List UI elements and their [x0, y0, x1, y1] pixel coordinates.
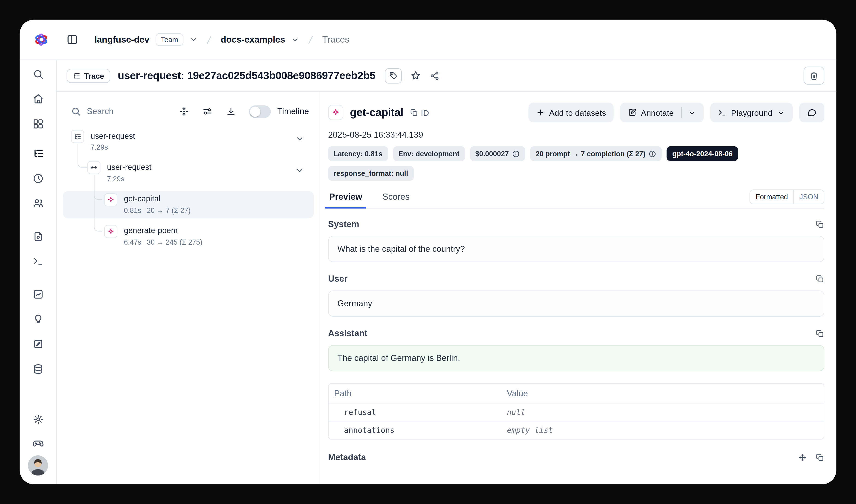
- org-chevron-down-icon[interactable]: [190, 35, 198, 44]
- settings-icon[interactable]: [33, 414, 43, 425]
- format-json[interactable]: JSON: [794, 190, 824, 204]
- delete-trace-button[interactable]: [804, 67, 824, 85]
- tab-scores[interactable]: Scores: [381, 187, 411, 208]
- users-icon[interactable]: [33, 198, 43, 209]
- preview-content: System What is the capital of the countr…: [328, 209, 824, 484]
- tracing-icon[interactable]: [33, 148, 43, 159]
- tree-row-duration: 7.29s: [91, 143, 108, 151]
- app-header: langfuse-dev Team docs-examples Traces: [20, 20, 836, 60]
- latency-badge: Latency: 0.81s: [328, 146, 388, 161]
- user-avatar[interactable]: [28, 455, 48, 476]
- prompts-icon[interactable]: [33, 231, 43, 242]
- info-icon[interactable]: [512, 150, 520, 157]
- metric-badges: Latency: 0.81s Env: development $0.00002…: [328, 146, 824, 161]
- playground-button[interactable]: Playground: [710, 103, 793, 122]
- tree-search-icon: [71, 107, 81, 116]
- path-cell: refusal: [334, 408, 376, 417]
- sidebar-toggle-icon[interactable]: [67, 34, 78, 45]
- tree-toolbar: Timeline: [71, 103, 309, 120]
- metadata-heading: Metadata: [328, 453, 366, 463]
- path-column-header: Path: [328, 389, 507, 398]
- star-button[interactable]: [410, 70, 421, 81]
- generation-row-icon[interactable]: [104, 193, 117, 206]
- tree-row-label[interactable]: user-request: [107, 163, 151, 172]
- org-name[interactable]: langfuse-dev: [94, 34, 149, 44]
- copy-icon[interactable]: [816, 274, 824, 283]
- expand-icon[interactable]: [798, 453, 807, 462]
- copy-icon[interactable]: [816, 329, 824, 338]
- breadcrumb-slash: [305, 34, 316, 45]
- value-cell: null: [507, 408, 525, 417]
- support-icon[interactable]: [33, 438, 43, 449]
- observation-title: get-capital: [350, 106, 404, 119]
- trace-tree: user-request 7.29s user-request 7.29s: [57, 128, 319, 259]
- breadcrumb-section[interactable]: Traces: [322, 34, 349, 44]
- add-to-datasets-button[interactable]: Add to datasets: [528, 103, 614, 122]
- breadcrumb-slash: [204, 34, 215, 45]
- tree-row-stats: 6.47s30 → 245 (Σ 275): [124, 238, 202, 246]
- tag-button[interactable]: [385, 68, 402, 83]
- annotate-button[interactable]: Annotate: [620, 103, 704, 122]
- path-cell: annotations: [334, 426, 395, 435]
- user-heading: User: [328, 274, 347, 284]
- response-format-badge: response_format: null: [328, 166, 413, 181]
- trace-row-icon[interactable]: [71, 130, 84, 143]
- env-badge: Env: development: [393, 146, 465, 161]
- playground-chevron-down-icon: [777, 108, 785, 117]
- format-formatted[interactable]: Formatted: [750, 190, 794, 204]
- value-cell: empty list: [507, 426, 553, 435]
- span-row-icon[interactable]: [87, 161, 101, 174]
- assistant-heading: Assistant: [328, 329, 368, 339]
- judge-icon[interactable]: [33, 313, 43, 324]
- tree-connector: [94, 175, 102, 232]
- tab-preview[interactable]: Preview: [328, 187, 363, 208]
- model-badge[interactable]: gpt-4o-2024-08-06: [667, 146, 738, 161]
- copy-icon[interactable]: [816, 220, 824, 229]
- info-icon[interactable]: [649, 150, 656, 157]
- comments-button[interactable]: [799, 103, 824, 122]
- user-message: Germany: [328, 290, 824, 317]
- search-icon[interactable]: [33, 69, 43, 79]
- format-toggle: Formatted JSON: [750, 190, 824, 204]
- share-button[interactable]: [429, 71, 439, 80]
- copy-id-button[interactable]: ID: [410, 108, 429, 117]
- generation-type-icon: [328, 105, 343, 120]
- annotation-icon[interactable]: [33, 339, 43, 349]
- tree-search-input[interactable]: [87, 107, 165, 116]
- project-name[interactable]: docs-examples: [221, 34, 285, 44]
- download-icon[interactable]: [226, 107, 236, 116]
- assistant-message: The capital of Germany is Berlin.: [328, 345, 824, 371]
- desktop-background: langfuse-dev Team docs-examples Traces: [0, 0, 856, 504]
- dashboards-icon[interactable]: [33, 119, 43, 129]
- tree-row-label[interactable]: get-capital: [124, 195, 161, 203]
- generation-row-icon[interactable]: [104, 225, 117, 238]
- nav-rail: [20, 60, 57, 484]
- timeline-toggle[interactable]: [249, 105, 271, 118]
- filter-settings-icon[interactable]: [202, 107, 212, 116]
- value-column-header: Value: [507, 389, 824, 398]
- playground-icon[interactable]: [33, 255, 43, 266]
- tree-row-stats: 0.81s20 → 7 (Σ 27): [124, 206, 191, 215]
- chevron-down-icon[interactable]: [295, 134, 304, 143]
- project-chevron-down-icon[interactable]: [291, 35, 299, 44]
- evaluation-icon[interactable]: [33, 289, 43, 300]
- app-window: langfuse-dev Team docs-examples Traces: [20, 20, 836, 484]
- system-message: What is the capital of the country?: [328, 236, 824, 262]
- copy-icon[interactable]: [816, 453, 824, 462]
- observation-timestamp: 2025-08-25 16:33:44.139: [328, 130, 824, 140]
- annotate-chevron-down-icon[interactable]: [688, 108, 696, 117]
- home-icon[interactable]: [33, 93, 43, 104]
- datasets-icon[interactable]: [33, 364, 43, 374]
- collapse-all-icon[interactable]: [179, 107, 189, 116]
- observation-detail-panel: get-capital ID Add to datasets: [319, 92, 836, 484]
- chevron-down-icon[interactable]: [295, 166, 304, 175]
- sessions-icon[interactable]: [33, 173, 43, 184]
- table-header-row: Path Value: [328, 384, 824, 403]
- param-badges: response_format: null: [328, 166, 824, 181]
- button-divider: [681, 107, 682, 118]
- tree-row-label[interactable]: user-request: [91, 132, 135, 140]
- table-row: annotations empty list: [328, 421, 824, 439]
- tree-row-label[interactable]: generate-poem: [124, 226, 178, 235]
- table-row: refusal null: [328, 403, 824, 421]
- org-type-badge: Team: [155, 33, 184, 46]
